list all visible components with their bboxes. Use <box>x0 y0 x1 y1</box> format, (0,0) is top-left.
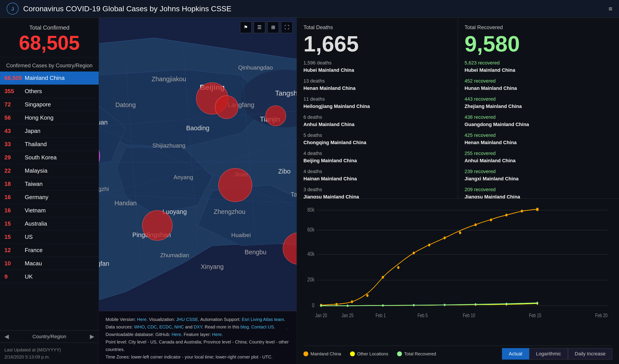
svg-point-54 <box>266 106 286 126</box>
country-name: UK <box>25 273 33 280</box>
country-name: Singapore <box>25 101 51 108</box>
jhu-csse-link[interactable]: JHU CSSE <box>176 317 198 322</box>
svg-text:Feb 5: Feb 5 <box>418 312 428 318</box>
country-item-australia[interactable]: 15Australia <box>0 217 99 230</box>
country-item-malaysia[interactable]: 22Malaysia <box>0 164 99 177</box>
recovered-count: 452 recovered <box>465 78 496 84</box>
recovered-item: 209 recoveredJiangsu Mainland China <box>465 186 613 199</box>
nhc-link[interactable]: NHC <box>174 324 184 329</box>
chart-svg: 80k 60k 40k 20k 0 Jan 20 Jan 25 Feb 1 Fe… <box>303 203 612 346</box>
nav-next-arrow[interactable]: ▶ <box>90 333 94 340</box>
svg-text:Shijiazhuang: Shijiazhuang <box>152 142 185 149</box>
info-line3: Downloadable database: GitHub: Here. Fea… <box>106 331 290 338</box>
info-line2: Data sources: WHO, CDC, ECDC, NHC and DX… <box>106 323 290 331</box>
header: J Coronavirus COVID-19 Global Cases by J… <box>0 0 619 18</box>
tab-logarithmic[interactable]: Logarithmic <box>529 348 568 360</box>
legend-total-recovered-dot <box>397 351 402 356</box>
country-item-vietnam[interactable]: 16Vietnam <box>0 204 99 217</box>
recovered-count: 438 recovered <box>465 114 496 120</box>
svg-point-108 <box>506 303 507 305</box>
ecdc-link[interactable]: ECDC <box>159 324 172 329</box>
country-item-uk[interactable]: 9UK <box>0 270 99 283</box>
recovered-item: 255 recoveredAnhui Mainland China <box>465 150 613 164</box>
country-item-others[interactable]: 355Others <box>0 85 99 98</box>
recovered-total: 9,580 <box>465 33 613 55</box>
country-item-singapore[interactable]: 72Singapore <box>0 98 99 111</box>
svg-text:Taiyuan: Taiyuan <box>99 119 108 126</box>
recovered-location: Anhui Mainland China <box>465 158 516 163</box>
svg-point-92 <box>521 210 523 213</box>
recovered-item: 443 recoveredZhejiang Mainland China <box>465 95 613 110</box>
country-count: 16 <box>4 207 22 214</box>
country-name: Thailand <box>25 141 47 148</box>
tab-actual[interactable]: Actual <box>502 348 529 360</box>
country-list: 68,505Mainland China355Others72Singapore… <box>0 71 99 330</box>
country-item-france[interactable]: 12France <box>0 244 99 257</box>
recovered-location: Guangdong Mainland China <box>465 122 529 127</box>
svg-point-89 <box>474 223 477 226</box>
app-title: Coronavirus COVID-19 Global Cases by Joh… <box>23 4 231 13</box>
svg-point-87 <box>444 236 446 239</box>
country-item-japan[interactable]: 43Japan <box>0 124 99 138</box>
tab-daily-increase[interactable]: Daily Increase <box>568 348 612 360</box>
recovered-location: Hubei Mainland China <box>465 67 515 73</box>
expand-btn[interactable]: ⛶ <box>281 22 293 33</box>
svg-text:Tangshan: Tangshan <box>275 89 296 97</box>
svg-point-109 <box>536 302 538 304</box>
cdc-link[interactable]: CDC <box>147 324 157 329</box>
contact-link[interactable]: Contact US <box>251 324 274 329</box>
list-btn[interactable]: ☰ <box>254 22 265 33</box>
legend-other-locations-label: Other Locations <box>357 351 388 356</box>
country-count: 9 <box>4 273 22 280</box>
country-item-germany[interactable]: 16Germany <box>0 191 99 204</box>
bookmark-btn[interactable]: ⚑ <box>240 22 252 33</box>
legend-other-locations: Other Locations <box>350 351 388 356</box>
grid-btn[interactable]: ⊞ <box>267 22 279 33</box>
svg-text:Datong: Datong <box>115 101 136 108</box>
feature-link[interactable]: Here <box>212 332 222 337</box>
country-name: Macau <box>25 260 42 267</box>
map-area[interactable]: Zhangjiakou Hohhot Baotou Datong Beijing… <box>99 18 296 364</box>
svg-text:Xinyang: Xinyang <box>201 263 224 270</box>
country-count: 16 <box>4 194 22 201</box>
svg-text:Jan 20: Jan 20 <box>315 312 327 318</box>
chart-controls: Mainland China Other Locations Total Rec… <box>303 346 612 362</box>
country-item-thailand[interactable]: 33Thailand <box>0 138 99 151</box>
info-line4: Point level: City level - US, Canada and… <box>106 338 290 353</box>
github-link[interactable]: Here <box>172 332 181 337</box>
map-controls: ⚑ ☰ ⊞ ⛶ <box>240 22 293 33</box>
country-name: Mainland China <box>25 75 65 81</box>
svg-text:Zibo: Zibo <box>278 168 291 175</box>
svg-point-90 <box>490 218 492 221</box>
chart-tabs: Actual Logarithmic Daily Increase <box>502 348 612 360</box>
legend-total-recovered-label: Total Recovered <box>404 351 436 356</box>
confirmed-by-label: Confirmed Cases by Country/Region <box>0 57 99 71</box>
esri-link[interactable]: Esri Living Atlas team <box>242 317 284 322</box>
country-item-macau[interactable]: 10Macau <box>0 257 99 270</box>
country-item-us[interactable]: 15US <box>0 230 99 244</box>
svg-text:40k: 40k <box>307 251 315 257</box>
who-link[interactable]: WHO <box>134 324 145 329</box>
dxy-link[interactable]: DXY <box>194 324 202 329</box>
svg-text:Feb 20: Feb 20 <box>595 312 607 318</box>
recovered-item: 5,623 recoveredHubei Mainland China <box>465 59 613 74</box>
map-info-footer: Mobile Version: Here. Visualization: JHU… <box>99 311 296 364</box>
recovered-count: 239 recovered <box>465 169 496 174</box>
country-name: Others <box>25 88 42 95</box>
here-link-1[interactable]: Here <box>137 317 146 322</box>
deaths-item: 4 deathsHainan Mainland China <box>303 168 451 182</box>
sidebar-nav: ◀ Country/Region ▶ <box>0 330 99 343</box>
country-count: 72 <box>4 101 22 108</box>
nav-prev-arrow[interactable]: ◀ <box>4 333 9 340</box>
menu-icon[interactable]: ≡ <box>608 5 612 13</box>
deaths-item: 4 deathsBeijing Mainland China <box>303 150 451 164</box>
country-name: Japan <box>25 128 41 135</box>
blog-link[interactable]: blog <box>240 324 249 329</box>
country-item-hong-kong[interactable]: 56Hong Kong <box>0 111 99 124</box>
legend-mainland-china: Mainland China <box>303 351 341 356</box>
country-item-mainland-china[interactable]: 68,505Mainland China <box>0 71 99 85</box>
country-item-taiwan[interactable]: 18Taiwan <box>0 177 99 191</box>
deaths-count: 1,596 deaths <box>303 60 331 66</box>
deaths-location: Hubei Mainland China <box>303 67 354 73</box>
country-item-south-korea[interactable]: 29South Korea <box>0 151 99 164</box>
